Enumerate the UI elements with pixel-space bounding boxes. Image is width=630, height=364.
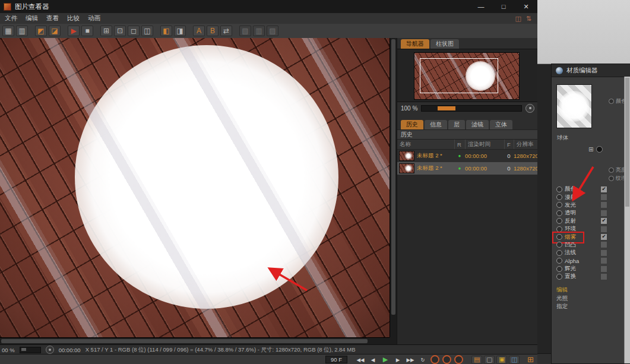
stereo-view-icon[interactable]: ◫ (509, 356, 520, 364)
channel-checkbox[interactable]: ✔ (600, 217, 607, 224)
channel-row-environment[interactable]: 环境 (556, 225, 607, 233)
set-a-icon[interactable]: A (193, 26, 205, 36)
single-image-icon[interactable]: ◩ (35, 26, 47, 36)
frame-field[interactable]: 90 F (325, 356, 347, 363)
frame-all-icon[interactable]: ⊞ (100, 26, 112, 36)
channel-row-alpha[interactable]: Alpha (556, 257, 607, 265)
channel-checkbox[interactable] (600, 265, 607, 273)
vertical-scroll-handle[interactable] (391, 39, 395, 315)
zoom-slider[interactable] (421, 105, 522, 112)
render-viewport[interactable] (0, 38, 397, 344)
channel-checkbox[interactable] (600, 194, 607, 201)
vertical-scrollbar[interactable] (390, 38, 397, 337)
zoom-reset-button[interactable] (525, 104, 534, 113)
statusbar-reset-button[interactable] (46, 346, 54, 354)
tab-info[interactable]: 信息 (425, 120, 447, 129)
statusbar-zoom: 00 % (2, 347, 15, 353)
layout-icon[interactable]: ◫ (515, 15, 521, 23)
menu-file[interactable]: 文件 (5, 14, 17, 23)
swap-ab-icon[interactable]: ⇄ (220, 26, 232, 36)
channel-row-color[interactable]: 颜色✔ (556, 185, 607, 193)
info-icon[interactable]: ▨ (267, 26, 278, 36)
tab-history[interactable]: 历史 (401, 120, 423, 129)
loop-button[interactable]: ↻ (417, 356, 428, 363)
channel-row-glow[interactable]: 辉光 (556, 265, 607, 273)
fit-view-icon[interactable]: ◫ (141, 26, 153, 36)
channel-row-luminance[interactable]: 发光 (556, 201, 607, 209)
history-row[interactable]: 未标题 2 * ● 00:00:00 0 1280x720 (397, 150, 538, 162)
filter-icon[interactable]: ▧ (239, 26, 251, 36)
statusbar-zoom-slider[interactable] (20, 347, 41, 353)
compare-green-toggle[interactable] (442, 355, 451, 364)
zoom-100-icon[interactable]: ◻ (128, 26, 140, 36)
channel-checkbox[interactable] (600, 273, 607, 280)
tab-histogram[interactable]: 柱状图 (430, 39, 459, 49)
channel-checkbox[interactable] (600, 201, 607, 208)
radio-icon (556, 186, 562, 192)
compare-red-toggle[interactable] (430, 355, 439, 364)
material-preview[interactable] (556, 84, 592, 128)
material-editor-titlebar[interactable]: 材质编辑器 (552, 64, 630, 77)
menu-compare[interactable]: 比较 (67, 14, 80, 23)
compare-wipe-icon[interactable]: ◨ (174, 26, 186, 36)
menu-animation[interactable]: 动画 (88, 14, 100, 23)
set-b-icon[interactable]: B (207, 26, 219, 36)
menu-edit[interactable]: 编辑 (26, 14, 38, 23)
navigator-thumbnail[interactable] (414, 52, 520, 100)
prev-frame-button[interactable]: ◀ (368, 356, 378, 363)
layer-view-icon[interactable]: ▣ (496, 356, 507, 364)
section-assign[interactable]: 指定 (556, 302, 607, 311)
next-frame-button[interactable]: ▶ (392, 356, 403, 363)
channel-checkbox[interactable]: ✔ (600, 186, 607, 193)
horizontal-scroll-handle[interactable] (1, 339, 368, 343)
dual-view-icon[interactable]: ⊞ (527, 355, 534, 364)
play-button[interactable]: ▶ (380, 356, 391, 363)
go-start-button[interactable]: ◀◀ (355, 356, 366, 363)
statusbar-zoom-handle[interactable] (21, 348, 26, 351)
go-end-button[interactable]: ▶▶ (405, 356, 416, 363)
horizontal-scrollbar[interactable] (0, 338, 390, 344)
section-illumination[interactable]: 光照 (556, 294, 607, 302)
channel-row-reflectance[interactable]: 反射✔ (556, 217, 607, 225)
channel-checkbox[interactable] (600, 210, 607, 217)
sphere-icon[interactable] (596, 146, 603, 153)
alpha-view-icon[interactable]: ▢ (484, 356, 495, 364)
close-button[interactable]: ✕ (515, 0, 537, 13)
stop-icon[interactable]: ■ (81, 26, 93, 36)
material-editor-scrollbar[interactable] (624, 77, 630, 363)
tab-layer[interactable]: 层 (448, 120, 465, 129)
checker-icon[interactable]: ⊞ (588, 146, 593, 153)
channel-row-normal[interactable]: 法线 (556, 249, 607, 257)
channel-row-transparency[interactable]: 透明 (556, 209, 607, 217)
navigator-view-rect[interactable] (420, 58, 498, 93)
section-editor[interactable]: 编辑 (556, 286, 607, 294)
tab-navigator[interactable]: 导航器 (401, 39, 429, 49)
channel-row-bump[interactable]: 凹凸 (556, 241, 607, 249)
minimize-button[interactable]: — (470, 0, 492, 13)
channel-row-diffusion[interactable]: 漫射 (556, 193, 607, 201)
tab-filter[interactable]: 滤镜 (466, 120, 489, 129)
histogram-icon[interactable]: ▥ (253, 26, 265, 36)
maximize-button[interactable]: □ (492, 0, 515, 13)
save-sequence-icon[interactable]: ▥ (16, 26, 28, 36)
compare-ab-icon[interactable]: ◧ (160, 26, 172, 36)
channel-label: 环境 (565, 225, 576, 233)
channel-checkbox[interactable]: ✔ (600, 233, 607, 240)
arrange-icon[interactable]: ⇅ (526, 15, 531, 23)
menu-view[interactable]: 查看 (46, 14, 59, 23)
compare-blue-toggle[interactable] (454, 355, 463, 364)
history-row[interactable]: 未标题 2 * ● 00:00:00 0 1280x720 (397, 162, 538, 175)
save-image-icon[interactable]: ▦ (2, 26, 14, 36)
ram-player-icon[interactable]: ▶ (68, 26, 80, 36)
zoom-slider-fill[interactable] (438, 106, 455, 110)
frame-image-icon[interactable]: ⊡ (114, 26, 126, 36)
full-image-icon[interactable]: ▤ (471, 356, 482, 364)
channel-row-fog[interactable]: 烟雾✔ (556, 233, 607, 240)
channel-checkbox[interactable] (600, 241, 607, 248)
channel-row-displacement[interactable]: 置换 (556, 273, 607, 280)
channel-checkbox[interactable] (600, 257, 607, 264)
compare-users-icon[interactable]: ◪ (49, 26, 61, 36)
channel-checkbox[interactable] (600, 226, 607, 233)
tab-stereo[interactable]: 立体 (490, 120, 512, 129)
channel-checkbox[interactable] (600, 249, 607, 257)
